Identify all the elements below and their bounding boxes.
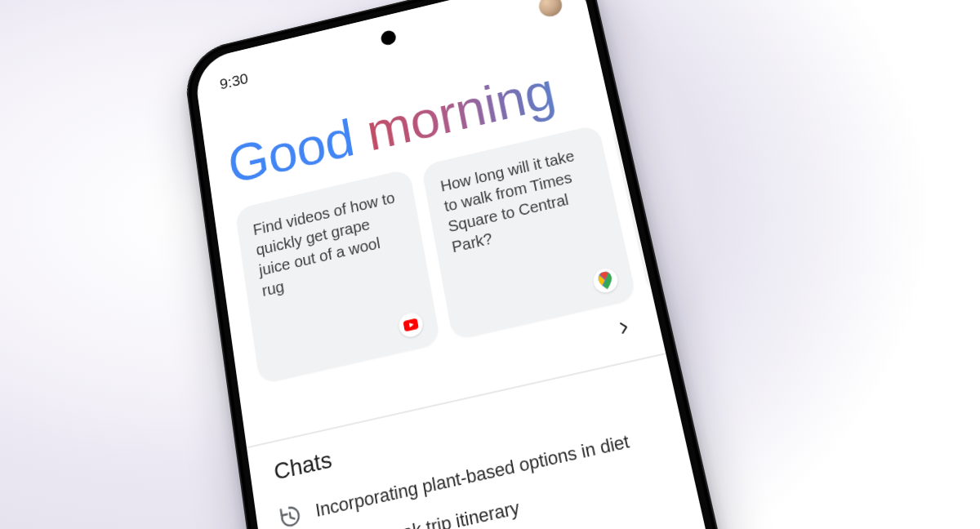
chat-row[interactable]: Incorporating plant-based options in die… bbox=[277, 415, 665, 529]
greeting-word-1: Good bbox=[225, 109, 359, 194]
phone-screen: 9:30 Good morning Find videos of how to … bbox=[193, 0, 777, 529]
stage: 9:30 Good morning Find videos of how to … bbox=[0, 0, 980, 529]
suggestion-card-text: Find videos of how to quickly get grape … bbox=[252, 187, 411, 302]
main-content: Good morning Find videos of how to quick… bbox=[202, 32, 777, 529]
profile-avatar[interactable] bbox=[537, 0, 564, 19]
chat-row[interactable]: activities bbox=[288, 496, 683, 529]
suggestion-card-text: How long will it take to walk from Times… bbox=[439, 143, 604, 258]
status-time: 9:30 bbox=[219, 70, 249, 93]
phone-body: 9:30 Good morning Find videos of how to … bbox=[181, 0, 792, 529]
suggestion-card-text bbox=[629, 129, 644, 132]
phone-frame: 9:30 Good morning Find videos of how to … bbox=[181, 0, 792, 529]
history-icon bbox=[278, 503, 303, 529]
suggestion-card-videos[interactable]: Find videos of how to quickly get grape … bbox=[234, 168, 440, 385]
suggestion-card-walk-time[interactable]: How long will it take to walk from Times… bbox=[421, 124, 637, 340]
youtube-icon bbox=[397, 310, 424, 339]
maps-icon bbox=[591, 266, 620, 295]
chevron-right-icon bbox=[616, 319, 633, 336]
chat-row-label: Spring break trip itinerary bbox=[320, 497, 521, 529]
